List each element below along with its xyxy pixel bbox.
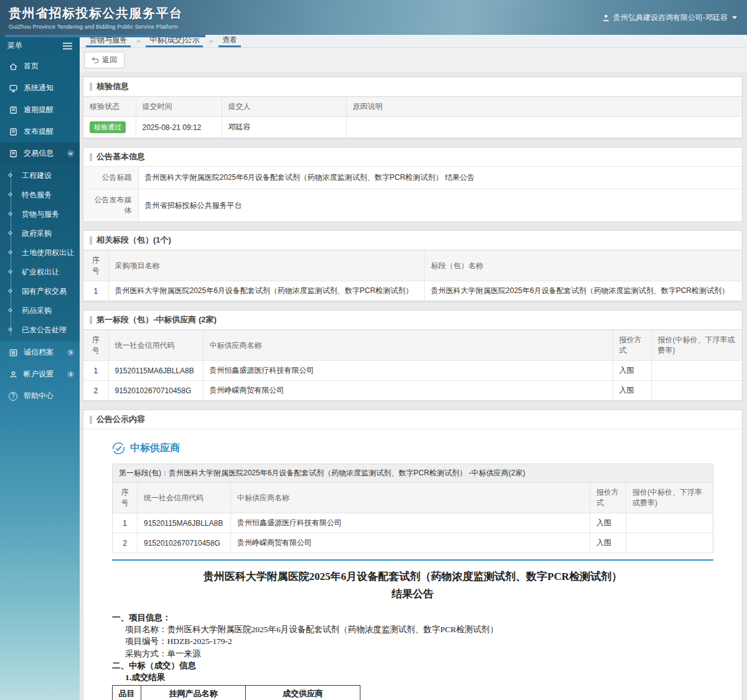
table-cell: 贵州医科大学附属医院2025年6月设备配套试剂（药物浓度监测试剂、数字PCR检测…: [425, 281, 742, 301]
table-row: 191520115MA6JBLLA8B贵州恒鑫盛源医疗科技有限公司入围: [83, 361, 742, 381]
table-cell: 入围: [590, 533, 626, 553]
column-header: 报价方式: [613, 330, 651, 361]
column-header: 提交时间: [136, 97, 222, 117]
table-cell: [651, 381, 742, 401]
sidebar-subitem-label: 货物与服务: [22, 210, 59, 218]
notice-body: 中标供应商 第一标段(包)：贵州医科大学附属医院2025年6月设备配套试剂（药物…: [83, 429, 742, 700]
section-title-bar: [90, 83, 92, 91]
breadcrumb-item[interactable]: 查看: [218, 35, 241, 47]
section-title-bar: [90, 153, 92, 161]
list-icon: [8, 348, 18, 357]
table-cell: 贵州恒鑫盛源医疗科技有限公司: [203, 361, 613, 381]
diamond-bullet-icon: [8, 192, 12, 197]
table-cell: 2: [83, 381, 108, 401]
column-header: 序号: [83, 251, 108, 281]
document-title-line1: 贵州医科大学附属医院2025年6月设备配套试剂（药物浓度监测试剂、数字PCR检测…: [112, 568, 713, 586]
column-header: 报价方式: [590, 483, 626, 513]
section-related-packages: 相关标段（包）(1个) 序号采购项目名称标段（包）名称1贵州医科大学附属医院20…: [83, 230, 743, 302]
page: 贵州省招标投标公共服务平台 GuiZhou Province Tendering…: [0, 0, 747, 700]
sidebar-subitem-featured-services[interactable]: 特色服务: [0, 185, 80, 205]
sidebar-item-home[interactable]: 首页: [0, 55, 80, 77]
sidebar-subitem-label: 土地使用权出让: [22, 248, 74, 257]
table-cell: 贵州恒鑫盛源医疗科技有限公司: [231, 513, 590, 533]
field-value: 贵州医科大学附属医院2025年6月设备配套试剂（药物浓度监测试剂、数字PCR检测…: [138, 167, 742, 189]
sidebar-subitem-label: 药品采购: [22, 306, 52, 315]
table-cell: 邓廷容: [222, 117, 346, 138]
doc-icon: [8, 149, 18, 158]
table-header-row: 品目挂网产品名称成交供应商: [113, 686, 360, 700]
circle-chevron-right-icon: [67, 348, 75, 357]
sidebar-item-credit-archive[interactable]: 诚信档案: [0, 342, 80, 363]
table-cell: 91520115MA6JBLLA8B: [108, 361, 203, 381]
table-row: 191520115MA6JBLLA8B贵州恒鑫盛源医疗科技有限公司入围: [113, 513, 713, 533]
document-line: 项目名称：贵州医科大学附属医院2025年6月设备配套试剂（药物浓度监测试剂、数字…: [112, 623, 713, 635]
hamburger-icon[interactable]: [63, 42, 72, 50]
sidebar-item-overdue-reminder[interactable]: 逾期提醒: [0, 99, 80, 121]
sidebar-item-label: 帮助中心: [24, 391, 54, 401]
table-cell: 91520115MA6JBLLA8B: [138, 513, 231, 533]
table-cell: 1: [83, 361, 108, 381]
section-title-bar: [90, 236, 92, 245]
chevron-down-icon: [732, 16, 737, 19]
table-cell: 贵州医科大学附属医院2025年6月设备配套试剂（药物浓度监测试剂、数字PCR检测…: [108, 281, 425, 301]
document-line: 一、项目信息：: [112, 612, 713, 623]
field-label: 公告标题: [83, 167, 138, 189]
table-cell: 入围: [613, 361, 651, 381]
sidebar-item-label: 逾期提醒: [24, 105, 54, 115]
table-cell: 91520102670710458G: [108, 381, 203, 401]
field-value: 贵州省招标投标公共服务平台: [138, 189, 742, 222]
table-cell: [651, 361, 742, 381]
column-header: 核验状态: [83, 97, 136, 117]
package-band: 第一标段(包)：贵州医科大学附属医院2025年6月设备配套试剂（药物浓度监测试剂…: [112, 464, 713, 482]
back-button[interactable]: 返回: [84, 52, 125, 68]
sidebar-item-trade-info[interactable]: 交易信息: [0, 142, 80, 164]
site-subtitle: GuiZhou Province Tendering and Bidding P…: [9, 24, 183, 30]
undo-icon: [92, 57, 99, 63]
user-menu[interactable]: 贵州弘典建设咨询有限公司-邓廷容: [602, 12, 747, 23]
section-verify-info: 核验信息 核验状态 提交时间 提交人 原因说明 核验通过 2025-08-21 …: [83, 77, 743, 139]
sidebar-subitem-land-use-rights[interactable]: 土地使用权出让: [0, 243, 80, 263]
column-header: 报价(中标价、下浮率或费率): [651, 330, 742, 361]
user-name: 贵州弘典建设咨询有限公司-邓廷容: [613, 12, 728, 23]
sidebar-item-account-settings[interactable]: 帐户设置: [0, 363, 80, 385]
column-header: 挂网产品名称: [141, 686, 246, 700]
sidebar-subitem-drug-procurement[interactable]: 药品采购: [0, 301, 80, 320]
notice-inner: 第一标段(包)：贵州医科大学附属医院2025年6月设备配套试剂（药物浓度监测试剂…: [112, 464, 713, 700]
sidebar-item-publish-reminder[interactable]: 发布提醒: [0, 121, 80, 142]
sidebar-item-label: 帐户设置: [24, 369, 54, 380]
sidebar-item-label: 诚信档案: [24, 347, 54, 358]
home-icon: [8, 62, 18, 71]
table-row: 291520102670710458G贵州峥嵘商贸有限公司入围: [113, 533, 713, 553]
sidebar-subitem-published-announcements[interactable]: 已发公告处理: [0, 320, 80, 340]
sidebar-submenu: 工程建设特色服务货物与服务政府采购土地使用权出让矿业权出让国有产权交易药品采购已…: [0, 164, 80, 342]
sidebar: 菜单 首页系统通知逾期提醒发布提醒交易信息工程建设特色服务货物与服务政府采购土地…: [0, 35, 80, 700]
section-winning-suppliers: 第一标段（包）-中标供应商 (2家) 序号统一社会信用代码中标供应商名称报价方式…: [83, 310, 743, 401]
section-title-bar: [90, 316, 92, 324]
result-table: 品目挂网产品名称成交供应商1药物浓度监测试剂贵州恒鑫盛源医疗科技有限公司2数字P…: [112, 685, 360, 700]
column-header: 统一社会信用代码: [108, 330, 203, 361]
column-header: 品目: [113, 686, 141, 700]
table-cell: 贵州峥嵘商贸有限公司: [231, 533, 590, 553]
content: 核验信息 核验状态 提交时间 提交人 原因说明 核验通过 2025-08-21 …: [80, 72, 747, 700]
table-row: 核验通过 2025-08-21 09:12 邓廷容: [83, 117, 742, 138]
sidebar-subitem-engineering-construction[interactable]: 工程建设: [0, 166, 80, 185]
table-row: 291520102670710458G贵州峥嵘商贸有限公司入围: [83, 381, 742, 401]
sidebar-item-system-notice[interactable]: 系统通知: [0, 77, 80, 99]
table-cell: 入围: [613, 381, 651, 401]
diamond-bullet-icon: [8, 289, 12, 293]
sidebar-item-help-center[interactable]: ?帮助中心: [0, 385, 80, 407]
sidebar-item-label: 首页: [24, 61, 39, 72]
column-header: 原因说明: [346, 97, 742, 117]
section-title: 公告基本信息: [83, 147, 742, 167]
table-header-row: 序号统一社会信用代码中标供应商名称报价方式报价(中标价、下浮率或费率): [83, 330, 742, 361]
sidebar-subitem-mining-rights[interactable]: 矿业权出让: [0, 263, 80, 282]
column-header: 成交供应商: [246, 686, 360, 700]
sidebar-subitem-label: 矿业权出让: [22, 268, 59, 276]
table-header-row: 核验状态 提交时间 提交人 原因说明: [83, 97, 742, 117]
sidebar-subitem-government-procurement[interactable]: 政府采购: [0, 224, 80, 243]
sidebar-subitem-state-owned-assets[interactable]: 国有产权交易: [0, 282, 80, 301]
document-title-line2: 结果公告: [112, 586, 713, 603]
table-cell: 贵州峥嵘商贸有限公司: [203, 381, 613, 401]
sidebar-subitem-goods-and-services[interactable]: 货物与服务: [0, 205, 80, 224]
related-packages-table: 序号采购项目名称标段（包）名称1贵州医科大学附属医院2025年6月设备配套试剂（…: [83, 250, 742, 301]
